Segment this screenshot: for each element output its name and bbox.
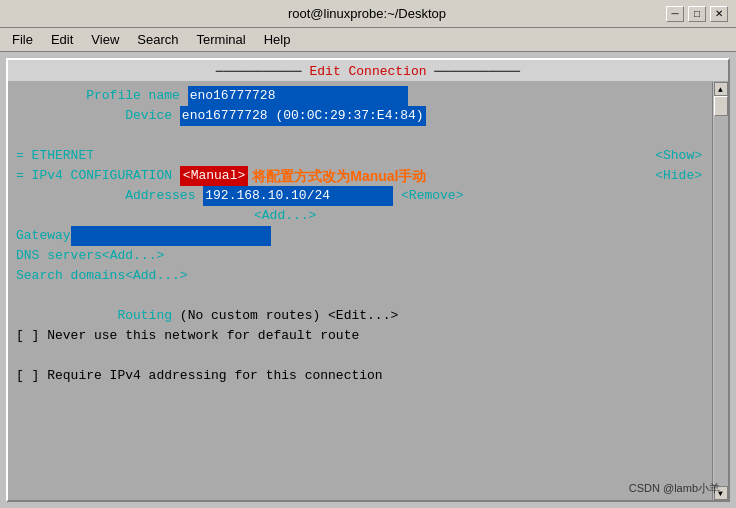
routing-label: Routing bbox=[16, 306, 180, 326]
spacer-3 bbox=[16, 346, 702, 366]
terminal-window: ─────────── Edit Connection ─────────── … bbox=[6, 58, 730, 502]
ethernet-row: = ETHERNET <Show> bbox=[16, 146, 702, 166]
profile-name-row: Profile name eno16777728 bbox=[16, 86, 702, 106]
addresses-value[interactable]: 192.168.10.10/24 bbox=[203, 186, 393, 206]
addresses-label: Addresses bbox=[16, 186, 203, 206]
scroll-track bbox=[714, 96, 728, 486]
device-label: Device bbox=[16, 106, 180, 126]
window-controls[interactable]: ─ □ ✕ bbox=[666, 6, 728, 22]
never-use-row: [ ] Never use this network for default r… bbox=[16, 326, 702, 346]
terminal-area: ─────────── Edit Connection ─────────── … bbox=[0, 52, 736, 508]
edit-connection-title: ─────────── Edit Connection ─────────── bbox=[8, 60, 728, 82]
dns-label: DNS servers bbox=[16, 246, 102, 266]
window-title: root@linuxprobe:~/Desktop bbox=[68, 6, 666, 21]
ipv4-label: = IPv4 CONFIGURATION bbox=[16, 166, 172, 186]
scroll-thumb[interactable] bbox=[714, 96, 728, 116]
ipv4-hide[interactable]: <Hide> bbox=[655, 166, 702, 186]
spacer-1 bbox=[16, 126, 702, 146]
ipv4-annotation: 将配置方式改为Manual手动 bbox=[252, 166, 426, 186]
device-row: Device eno16777728 (00:0C:29:37:E4:84) bbox=[16, 106, 702, 126]
menu-terminal[interactable]: Terminal bbox=[189, 30, 254, 49]
addresses-add-row: <Add...> bbox=[16, 206, 702, 226]
menu-file[interactable]: File bbox=[4, 30, 41, 49]
routing-row: Routing (No custom routes) <Edit...> bbox=[16, 306, 702, 326]
gateway-value[interactable] bbox=[71, 226, 271, 246]
dns-row: DNS servers <Add...> bbox=[16, 246, 702, 266]
menu-search[interactable]: Search bbox=[129, 30, 186, 49]
menu-help[interactable]: Help bbox=[256, 30, 299, 49]
watermark: CSDN @lamb小羊 bbox=[629, 481, 720, 496]
search-domains-label: Search domains bbox=[16, 266, 125, 286]
addresses-add[interactable]: <Add...> bbox=[254, 206, 316, 226]
gateway-label: Gateway bbox=[16, 226, 71, 246]
search-add[interactable]: <Add...> bbox=[125, 266, 187, 286]
require-ipv4-text: [ ] Require IPv4 addressing for this con… bbox=[16, 366, 383, 386]
search-domains-row: Search domains <Add...> bbox=[16, 266, 702, 286]
ethernet-label: = ETHERNET bbox=[16, 146, 94, 166]
minimize-button[interactable]: ─ bbox=[666, 6, 684, 22]
edit-connection-label: Edit Connection bbox=[309, 64, 426, 79]
routing-value: (No custom routes) <Edit...> bbox=[180, 306, 398, 326]
maximize-button[interactable]: □ bbox=[688, 6, 706, 22]
menu-bar: File Edit View Search Terminal Help bbox=[0, 28, 736, 52]
scrollbar[interactable]: ▲ ▼ bbox=[712, 82, 728, 500]
ipv4-config-row: = IPv4 CONFIGURATION <Manual> 将配置方式改为Man… bbox=[16, 166, 702, 186]
scroll-up-arrow[interactable]: ▲ bbox=[714, 82, 728, 96]
close-button[interactable]: ✕ bbox=[710, 6, 728, 22]
gateway-row: Gateway bbox=[16, 226, 702, 246]
require-ipv4-row: [ ] Require IPv4 addressing for this con… bbox=[16, 366, 702, 386]
never-use-text: [ ] Never use this network for default r… bbox=[16, 326, 359, 346]
ethernet-show[interactable]: <Show> bbox=[655, 146, 702, 166]
device-value[interactable]: eno16777728 (00:0C:29:37:E4:84) bbox=[180, 106, 426, 126]
terminal-content: Profile name eno16777728 Device eno16777… bbox=[8, 82, 728, 500]
menu-view[interactable]: View bbox=[83, 30, 127, 49]
addresses-remove[interactable]: <Remove> bbox=[401, 186, 463, 206]
dns-add[interactable]: <Add...> bbox=[102, 246, 164, 266]
title-bar: root@linuxprobe:~/Desktop ─ □ ✕ bbox=[0, 0, 736, 28]
profile-name-label: Profile name bbox=[16, 86, 188, 106]
profile-name-value[interactable]: eno16777728 bbox=[188, 86, 408, 106]
content-area: Profile name eno16777728 Device eno16777… bbox=[16, 86, 720, 496]
menu-edit[interactable]: Edit bbox=[43, 30, 81, 49]
ipv4-mode-btn[interactable]: <Manual> bbox=[180, 166, 248, 186]
spacer-2 bbox=[16, 286, 702, 306]
addresses-row: Addresses 192.168.10.10/24 <Remove> bbox=[16, 186, 702, 206]
